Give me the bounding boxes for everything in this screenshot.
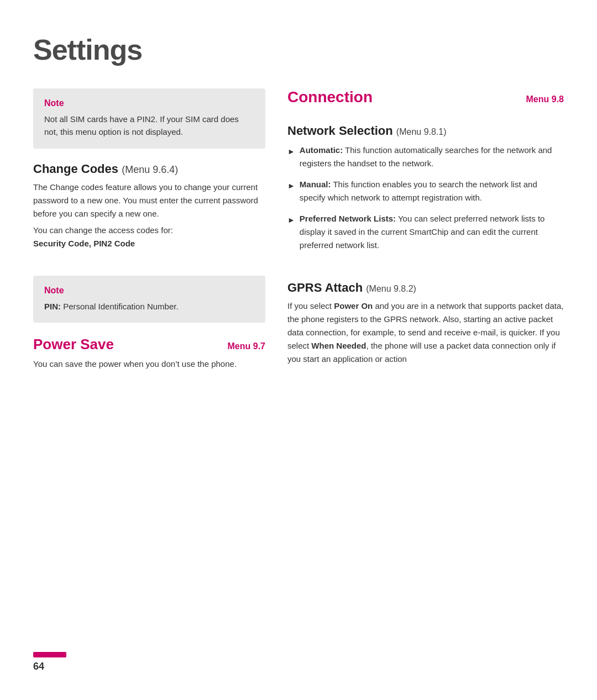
network-selection-section: Network Selection (Menu 9.8.1) ► Automat…: [287, 124, 564, 261]
change-codes-heading: Change Codes (Menu 9.6.4): [33, 162, 265, 176]
connection-header: Connection Menu 9.8: [287, 88, 564, 106]
right-column: Connection Menu 9.8 Network Selection (M…: [287, 88, 564, 667]
note2-text: PIN: Personal Identification Number.: [44, 300, 254, 313]
list-item: ► Automatic: This function automatically…: [287, 144, 564, 170]
note2-title: Note: [44, 286, 254, 296]
power-save-title: Power Save: [33, 336, 114, 353]
network-selection-heading: Network Selection (Menu 9.8.1): [287, 124, 564, 138]
change-codes-title: Change Codes: [33, 162, 118, 176]
bullet-arrow-3: ►: [287, 214, 295, 252]
gprs-attach-section: GPRS Attach (Menu 9.8.2) If you select P…: [287, 281, 564, 369]
change-codes-menu-ref: (Menu 9.6.4): [122, 164, 178, 175]
change-codes-section: Change Codes (Menu 9.6.4) The Change cod…: [33, 162, 265, 254]
page-title: Settings: [33, 33, 564, 66]
list-item: ► Preferred Network Lists: You can selec…: [287, 212, 564, 252]
network-selection-menu-ref: (Menu 9.8.1): [396, 127, 447, 136]
note-box-2: Note PIN: Personal Identification Number…: [33, 276, 265, 323]
power-save-menu-ref: Menu 9.7: [228, 341, 265, 351]
page-bar: [33, 652, 66, 657]
bullet-text-3: Preferred Network Lists: You can select …: [300, 212, 564, 252]
note-box-1: Note Not all SIM cards have a PIN2. If y…: [33, 88, 265, 149]
power-save-section: Power Save Menu 9.7 You can save the pow…: [33, 336, 265, 374]
connection-menu-ref: Menu 9.8: [526, 94, 564, 104]
bullet-text-2: Manual: This function enables you to sea…: [300, 178, 564, 204]
gprs-attach-heading: GPRS Attach (Menu 9.8.2): [287, 281, 564, 295]
bullet-text-1: Automatic: This function automatically s…: [300, 144, 564, 170]
power-on-bold: Power On: [334, 301, 373, 310]
page-number: 64: [33, 661, 44, 672]
bullet-arrow-1: ►: [287, 145, 295, 170]
note1-text: Not all SIM cards have a PIN2. If your S…: [44, 113, 254, 139]
change-codes-bold: Security Code, PIN2 Code: [33, 239, 135, 248]
list-item: ► Manual: This function enables you to s…: [287, 178, 564, 204]
pin-label: PIN:: [44, 302, 61, 311]
power-save-header: Power Save Menu 9.7: [33, 336, 265, 353]
power-save-body: You can save the power when you don’t us…: [33, 357, 265, 371]
page-footer: 64: [33, 652, 66, 672]
change-codes-body2: You can change the access codes for: Sec…: [33, 224, 265, 250]
left-column: Note Not all SIM cards have a PIN2. If y…: [33, 88, 265, 667]
note1-title: Note: [44, 98, 254, 108]
change-codes-body1: The Change codes feature allows you to c…: [33, 181, 265, 220]
bullet-arrow-2: ►: [287, 180, 295, 204]
gprs-menu-ref: (Menu 9.8.2): [366, 284, 416, 293]
network-selection-list: ► Automatic: This function automatically…: [287, 144, 564, 252]
pin-text: Personal Identification Number.: [63, 302, 178, 311]
when-needed-bold: When Needed: [311, 341, 366, 350]
connection-title: Connection: [287, 88, 373, 106]
gprs-attach-body: If you select Power On and you are in a …: [287, 299, 564, 366]
